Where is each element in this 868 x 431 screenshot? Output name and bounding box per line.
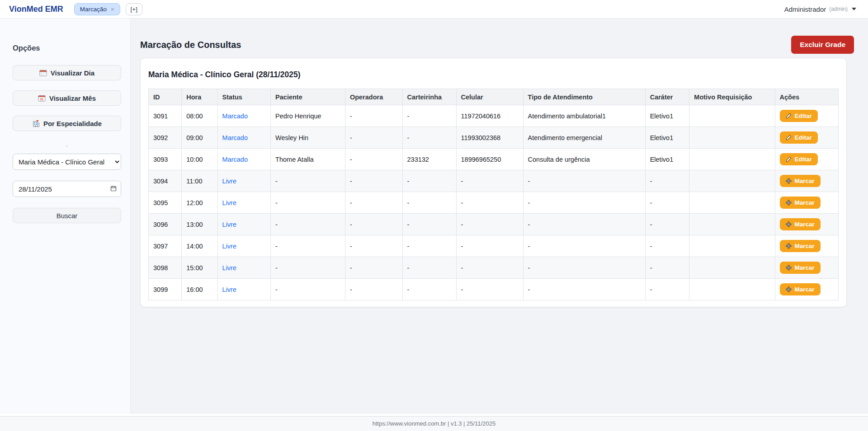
cell-hora: 14:00 xyxy=(182,235,217,257)
status-link[interactable]: Livre xyxy=(222,199,236,206)
cell-carteirinha: - xyxy=(402,105,456,127)
cell-paciente: - xyxy=(271,214,345,235)
cell-motivo xyxy=(689,214,775,235)
status-link[interactable]: Marcado xyxy=(222,112,248,120)
close-icon[interactable]: × xyxy=(111,6,114,12)
calendar-outline-icon[interactable] xyxy=(110,185,117,193)
schedule-card-title: Maria Médica - Clínico Geral (28/11/2025… xyxy=(148,70,839,80)
cell-celular: 11993002368 xyxy=(456,127,523,149)
cell-status: Livre xyxy=(217,257,271,279)
cell-tipo: - xyxy=(523,214,645,235)
cell-status: Livre xyxy=(217,170,271,192)
cell-paciente: Wesley Hin xyxy=(271,127,345,149)
marcar-button[interactable]: Marcar xyxy=(780,218,821,230)
status-link[interactable]: Livre xyxy=(222,243,236,250)
view-day-button[interactable]: Visualizar Dia xyxy=(13,65,121,80)
action-label: Marcar xyxy=(795,178,815,184)
cell-acoes: Marcar xyxy=(775,257,838,279)
marcar-button[interactable]: Marcar xyxy=(780,197,821,209)
search-button[interactable]: Buscar xyxy=(13,208,121,223)
cell-motivo xyxy=(689,105,775,127)
table-row: 309714:00Livre------Marcar xyxy=(149,235,839,257)
pencil-icon xyxy=(786,156,792,162)
plus-icon xyxy=(786,200,792,206)
user-name: Administrador xyxy=(784,5,826,13)
table-row: 309310:00MarcadoThome Atalla-23313218996… xyxy=(149,149,839,170)
cell-carater: - xyxy=(645,257,689,279)
table-row: 309209:00MarcadoWesley Hin--11993002368A… xyxy=(149,127,839,149)
marcar-button[interactable]: Marcar xyxy=(780,262,821,274)
marcar-button[interactable]: Marcar xyxy=(780,240,821,252)
doctor-select[interactable]: Maria Médica - Clínico Geral xyxy=(13,154,121,170)
delete-grid-button[interactable]: Excluir Grade xyxy=(791,36,854,54)
view-month-button[interactable]: 31 Visualizar Mês xyxy=(13,90,121,106)
cell-carater: - xyxy=(645,235,689,257)
plus-icon xyxy=(786,286,792,292)
table-row: 309815:00Livre------Marcar xyxy=(149,257,839,279)
cell-status: Livre xyxy=(217,214,271,235)
page-title: Marcação de Consultas xyxy=(140,40,241,50)
status-link[interactable]: Livre xyxy=(222,221,236,228)
cell-celular: - xyxy=(456,235,523,257)
cell-carteirinha: - xyxy=(402,170,456,192)
cell-status: Livre xyxy=(217,235,271,257)
cell-paciente: Thome Atalla xyxy=(271,149,345,170)
appointments-table: IDHoraStatusPacienteOperadoraCarteirinha… xyxy=(148,89,839,300)
by-specialty-button[interactable]: Por Especialidade xyxy=(13,116,121,131)
status-link[interactable]: Livre xyxy=(222,286,236,293)
status-link[interactable]: Livre xyxy=(222,178,236,185)
cell-carater: - xyxy=(645,279,689,300)
plus-icon xyxy=(786,243,792,249)
action-label: Marcar xyxy=(795,264,815,271)
cell-paciente: - xyxy=(271,192,345,214)
cell-celular: - xyxy=(456,192,523,214)
caret-down-icon xyxy=(852,8,856,10)
cell-hora: 10:00 xyxy=(182,149,217,170)
status-link[interactable]: Livre xyxy=(222,264,236,272)
cell-tipo: - xyxy=(523,235,645,257)
table-row: 309916:00Livre------Marcar xyxy=(149,279,839,300)
cell-acoes: Marcar xyxy=(775,235,838,257)
column-header-tipo-de-atendimento: Tipo de Atendimento xyxy=(523,89,645,105)
editar-button[interactable]: Editar xyxy=(780,110,818,122)
marcar-button[interactable]: Marcar xyxy=(780,175,821,187)
view-month-label: Visualizar Mês xyxy=(49,94,96,102)
svg-text:31: 31 xyxy=(40,98,44,101)
pencil-icon xyxy=(786,135,792,141)
action-label: Marcar xyxy=(795,221,815,228)
editar-button[interactable]: Editar xyxy=(780,131,818,144)
cell-carater: Eletivo1 xyxy=(645,105,689,127)
cell-id: 3095 xyxy=(149,192,182,214)
user-menu[interactable]: Administrador (admin) xyxy=(784,5,856,13)
cell-hora: 08:00 xyxy=(182,105,217,127)
cell-tipo: Atendimento emergencial xyxy=(523,127,645,149)
marcar-button[interactable]: Marcar xyxy=(780,283,821,295)
tab-marcacao[interactable]: Marcação × xyxy=(74,3,120,15)
status-link[interactable]: Marcado xyxy=(222,134,248,141)
action-label: Editar xyxy=(795,134,812,141)
cell-motivo xyxy=(689,192,775,214)
cell-operadora: - xyxy=(345,257,402,279)
column-header-carteirinha: Carteirinha xyxy=(402,89,456,105)
hospital-icon xyxy=(32,120,40,127)
plus-icon xyxy=(786,221,792,227)
editar-button[interactable]: Editar xyxy=(780,153,818,165)
new-tab-button[interactable]: [+] xyxy=(126,3,142,15)
schedule-card: Maria Médica - Clínico Geral (28/11/2025… xyxy=(140,58,847,307)
cell-id: 3097 xyxy=(149,235,182,257)
cell-motivo xyxy=(689,127,775,149)
plus-icon xyxy=(786,178,792,184)
cell-paciente: - xyxy=(271,257,345,279)
cell-carteirinha: - xyxy=(402,127,456,149)
cell-celular: - xyxy=(456,214,523,235)
main-content: Marcação de Consultas Excluir Grade Mari… xyxy=(131,19,868,414)
column-header-car-ter: Caráter xyxy=(645,89,689,105)
cell-carater: - xyxy=(645,192,689,214)
app-brand: VionMed EMR xyxy=(9,5,63,14)
footer: https://www.vionmed.com.br | v1.3 | 25/1… xyxy=(0,416,868,431)
status-link[interactable]: Marcado xyxy=(222,156,248,163)
date-input[interactable] xyxy=(13,181,121,197)
cell-paciente: - xyxy=(271,170,345,192)
cell-tipo: - xyxy=(523,257,645,279)
by-specialty-label: Por Especialidade xyxy=(43,120,102,127)
